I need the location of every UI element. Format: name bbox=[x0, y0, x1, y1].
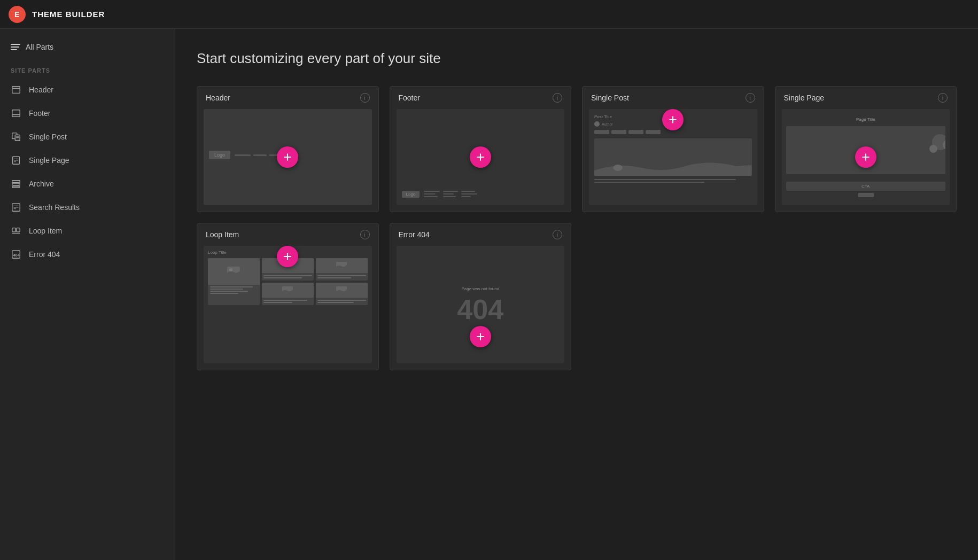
sidebar-item-error-404[interactable]: 404 Error 404 bbox=[0, 243, 175, 266]
main-title: Start customizing every part of your sit… bbox=[197, 50, 957, 67]
sidebar-archive-label: Archive bbox=[29, 180, 54, 188]
sidebar-footer-label: Footer bbox=[29, 109, 50, 118]
sp-author-label: Author bbox=[602, 122, 613, 126]
svg-point-35 bbox=[229, 268, 232, 271]
pg-page-title-label: Page Title bbox=[786, 117, 946, 122]
site-parts-section-label: SITE PARTS bbox=[0, 57, 175, 78]
all-parts-link[interactable]: All Parts bbox=[0, 37, 175, 57]
svg-rect-2 bbox=[12, 110, 20, 117]
sidebar-single-page-label: Single Page bbox=[29, 156, 69, 165]
svg-rect-20 bbox=[17, 228, 20, 232]
card-header-title: Header bbox=[206, 94, 230, 102]
single-page-add-button[interactable] bbox=[855, 146, 876, 168]
app-title: THEME BUILDER bbox=[32, 10, 105, 19]
sp-tag-4 bbox=[646, 130, 661, 134]
sidebar-item-single-post[interactable]: Single Post bbox=[0, 125, 175, 149]
card-single-page-bar: Single Page i bbox=[775, 87, 957, 109]
single-page-card-preview: Page Title CTA bbox=[782, 109, 950, 205]
sidebar-loop-item-label: Loop Item bbox=[29, 227, 62, 235]
sidebar-item-loop-item[interactable]: Loop Item bbox=[0, 219, 175, 243]
sidebar-search-results-label: Search Results bbox=[29, 203, 80, 212]
topbar: E THEME BUILDER bbox=[0, 0, 978, 29]
loop-item-card-2 bbox=[316, 258, 368, 281]
error-404-add-button[interactable] bbox=[470, 326, 491, 347]
archive-icon bbox=[11, 178, 21, 189]
svg-text:404: 404 bbox=[13, 253, 20, 258]
sidebar-error-404-label: Error 404 bbox=[29, 250, 60, 259]
card-header[interactable]: Header i Logo bbox=[197, 86, 379, 212]
sp-author-avatar bbox=[594, 121, 600, 127]
header-info-icon[interactable]: i bbox=[360, 93, 370, 103]
hamburger-icon bbox=[11, 44, 20, 50]
loop-item-card-3 bbox=[262, 283, 314, 305]
e404-not-found-label: Page was not found bbox=[461, 286, 499, 291]
card-error-404-title: Error 404 bbox=[399, 230, 430, 239]
main-layout: All Parts SITE PARTS Header Footer bbox=[0, 29, 978, 560]
single-post-info-icon[interactable]: i bbox=[746, 93, 755, 103]
cards-grid-row2: Loop Item i Loop Title bbox=[197, 223, 957, 370]
card-error-404[interactable]: Error 404 i Page was not found 404 bbox=[390, 223, 572, 370]
card-error-404-bar: Error 404 i bbox=[390, 223, 571, 246]
footer-add-button[interactable] bbox=[470, 146, 491, 168]
loop-main-card bbox=[208, 258, 260, 305]
sp-tag-1 bbox=[594, 130, 609, 134]
loop-item-card-4 bbox=[316, 283, 368, 305]
footer-logo-label: Logo bbox=[402, 191, 420, 198]
header-card-preview: Logo bbox=[204, 109, 372, 205]
cards-grid-row1: Header i Logo bbox=[197, 86, 957, 212]
single-post-card-preview: Post Title Author bbox=[589, 109, 757, 205]
sidebar-item-footer[interactable]: Footer bbox=[0, 102, 175, 125]
footer-card-preview: Logo bbox=[397, 109, 565, 205]
app-logo: E bbox=[9, 6, 26, 23]
pg-cta-label: CTA bbox=[786, 182, 946, 191]
svg-point-29 bbox=[613, 165, 623, 171]
sidebar-header-label: Header bbox=[29, 85, 53, 94]
card-loop-item-bar: Loop Item i bbox=[197, 223, 378, 246]
header-icon bbox=[11, 84, 21, 95]
loop-item-info-icon[interactable]: i bbox=[360, 230, 370, 239]
sidebar-single-post-label: Single Post bbox=[29, 133, 67, 141]
sp-tag-3 bbox=[628, 130, 643, 134]
card-footer-title: Footer bbox=[399, 94, 420, 102]
footer-info-icon[interactable]: i bbox=[553, 93, 562, 103]
single-post-add-button[interactable] bbox=[662, 109, 684, 130]
error-404-card-preview: Page was not found 404 bbox=[397, 246, 565, 363]
main-content: Start customizing every part of your sit… bbox=[175, 29, 978, 560]
loop-item-icon bbox=[11, 225, 21, 236]
card-single-post-title: Single Post bbox=[591, 94, 629, 102]
sp-image-area bbox=[594, 138, 752, 176]
single-post-icon bbox=[11, 131, 21, 142]
sidebar-item-header[interactable]: Header bbox=[0, 78, 175, 102]
svg-rect-19 bbox=[12, 228, 15, 232]
loop-item-add-button[interactable] bbox=[277, 246, 298, 267]
sidebar-item-archive[interactable]: Archive bbox=[0, 172, 175, 196]
all-parts-label: All Parts bbox=[26, 43, 53, 51]
card-loop-item-title: Loop Item bbox=[206, 230, 239, 239]
card-single-post-bar: Single Post i bbox=[583, 87, 764, 109]
sidebar-item-single-page[interactable]: Single Page bbox=[0, 149, 175, 172]
error-404-info-icon[interactable]: i bbox=[553, 230, 562, 239]
card-single-post[interactable]: Single Post i Post Title Author bbox=[582, 86, 764, 212]
sidebar-item-search-results[interactable]: Search Results bbox=[0, 196, 175, 219]
svg-rect-0 bbox=[12, 87, 20, 94]
single-page-info-icon[interactable]: i bbox=[938, 93, 948, 103]
card-single-page-title: Single Page bbox=[784, 94, 825, 102]
footer-icon bbox=[11, 108, 21, 119]
card-footer[interactable]: Footer i Logo bbox=[390, 86, 572, 212]
sp-tag-2 bbox=[611, 130, 626, 134]
card-loop-item[interactable]: Loop Item i Loop Title bbox=[197, 223, 379, 370]
single-page-icon bbox=[11, 155, 21, 166]
svg-rect-12 bbox=[12, 181, 20, 183]
pg-cta-button bbox=[858, 193, 874, 197]
svg-rect-14 bbox=[12, 186, 20, 188]
loop-item-card-preview: Loop Title bbox=[204, 246, 372, 363]
svg-rect-13 bbox=[12, 183, 20, 185]
search-results-icon bbox=[11, 202, 21, 213]
card-footer-bar: Footer i bbox=[390, 87, 571, 109]
e404-number-label: 404 bbox=[457, 295, 503, 323]
error-404-icon: 404 bbox=[11, 249, 21, 260]
card-single-page[interactable]: Single Page i Page Title CTA bbox=[775, 86, 957, 212]
card-header-bar: Header i bbox=[197, 87, 378, 109]
header-add-button[interactable] bbox=[277, 146, 298, 168]
sidebar: All Parts SITE PARTS Header Footer bbox=[0, 29, 175, 560]
